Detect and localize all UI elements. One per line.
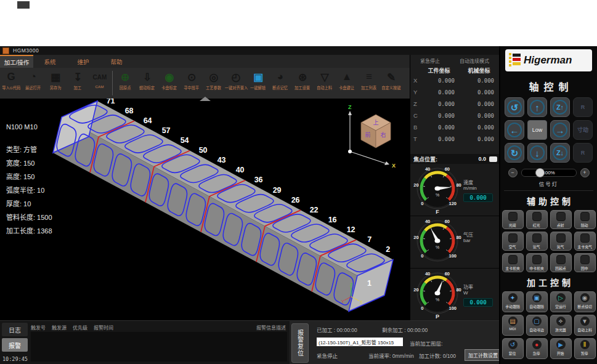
- brand-logo-icon: [509, 52, 521, 68]
- aux-红光[interactable]: 红光: [526, 210, 548, 229]
- aux-knob-icon: [556, 255, 566, 264]
- svg-text:0: 0: [421, 253, 423, 259]
- menu-tab-帮助[interactable]: 帮助: [100, 55, 133, 68]
- toolbar-process-list[interactable]: ≡加工列表: [358, 70, 380, 91]
- proc-断点续切[interactable]: ◉断点续切: [574, 291, 596, 312]
- proc-空运行[interactable]: ▷空运行: [550, 291, 572, 312]
- current-file-field[interactable]: (12-150-150T)_A1_矩形管 150x15: [317, 338, 403, 346]
- focus-position-row: 焦点位置: 0.0: [410, 154, 499, 164]
- proc-复位[interactable]: ↺复位: [502, 338, 524, 359]
- toolbar-cam[interactable]: CAMCAM: [89, 70, 111, 89]
- aux-knob-icon: [580, 233, 590, 243]
- axis-row-Z: Z0.0000.000: [410, 98, 499, 110]
- jog-x-minus[interactable]: ←: [505, 120, 524, 140]
- proc-开始[interactable]: ▶开始: [550, 338, 572, 359]
- jog-z-plus[interactable]: Z↑: [550, 97, 570, 117]
- chuck-calibration-icon: ◉: [165, 70, 174, 84]
- navigation-cube[interactable]: ZX上前右: [331, 102, 408, 170]
- toolbar-label: 导入G代码: [2, 84, 20, 90]
- log-panel: 日志 报警 10:29:45 触发号触发源优先级报警时间报警信息描述: [0, 320, 290, 364]
- toolbar-process-parameters[interactable]: ◎工艺参数: [203, 70, 225, 91]
- 3d-viewport[interactable]: 7168645754504340362926221612721ZXY N100 …: [0, 99, 410, 320]
- tab-alarm[interactable]: 报警: [2, 338, 28, 352]
- toolbar-import-gcode[interactable]: G导入G代码: [0, 70, 22, 91]
- override-plus-button[interactable]: +: [580, 168, 590, 177]
- proc-自动跟随[interactable]: ▣自动跟随: [526, 291, 548, 312]
- jog-speed-low-icon: Low: [532, 127, 543, 133]
- part-number-43: 43: [217, 156, 226, 164]
- toolbar-recent-open[interactable]: ◔最近打开: [22, 70, 44, 91]
- proc-激光器[interactable]: ✧激光器: [550, 315, 572, 336]
- jog-y-minus[interactable]: ↓: [527, 143, 547, 163]
- machined-time: 已加工 : 00:00:00: [317, 326, 357, 333]
- toolbar-creep-calibration[interactable]: ⇩蠕动标定: [136, 70, 158, 91]
- svg-text:100: 100: [449, 253, 457, 259]
- aux-主卡充气[interactable]: 主卡充气: [574, 232, 596, 251]
- proc-急停[interactable]: ●急停: [526, 338, 548, 359]
- jog-b-minus[interactable]: R: [573, 143, 593, 163]
- save-as-icon: ▦: [51, 70, 60, 84]
- aux-空气[interactable]: 空气: [502, 232, 524, 251]
- count-settings-button[interactable]: 加工计数设置: [465, 349, 502, 361]
- proc-自动上料[interactable]: ▼自动上料: [574, 315, 596, 336]
- jog-c-plus[interactable]: ↻: [505, 143, 524, 163]
- override-minus-button[interactable]: −: [508, 168, 518, 177]
- toolbar-return-origin[interactable]: ⊕回原点: [114, 70, 136, 91]
- toolbar-label: 加工列表: [361, 84, 376, 90]
- focus-adjust-button[interactable]: [489, 156, 497, 162]
- aux-氮气[interactable]: 氮气: [550, 232, 572, 251]
- toolbar-label: 工艺参数: [206, 84, 221, 90]
- aux-点射[interactable]: 点射: [550, 210, 572, 229]
- toolbar-one-key-align[interactable]: ◴一键对齐置入: [225, 70, 247, 91]
- mode-status: 自动连续模式: [460, 57, 489, 64]
- aux-氧气[interactable]: 氧气: [526, 232, 548, 251]
- alarm-reset-button[interactable]: 报警复位: [291, 323, 309, 363]
- control-panel: Higerman 轴控制 ↺↑Z↑R←Low→寸动↻↓Z↓R − 100% + …: [499, 46, 597, 364]
- proc-暂停[interactable]: Ⅱ暂停: [574, 338, 596, 359]
- toolbar-save-as[interactable]: ▦另存为: [44, 70, 67, 91]
- proc-暂停-icon: Ⅱ: [580, 340, 590, 349]
- toolbar-chuck-calibration[interactable]: ◉卡盘标定: [158, 70, 181, 91]
- aux-光闸[interactable]: 光闸: [502, 210, 524, 229]
- proc-手动跟随[interactable]: ✦手动跟随: [502, 291, 524, 312]
- menu-tab-系统[interactable]: 系统: [33, 55, 67, 68]
- aux-随动[interactable]: 随动: [574, 210, 596, 229]
- part-number-29: 29: [273, 186, 282, 195]
- toolbar-chuck-avoidance[interactable]: ▲卡盘避让: [336, 70, 358, 91]
- aux-中卡松夹[interactable]: 中卡松夹: [526, 253, 548, 272]
- jog-x-plus[interactable]: →: [550, 120, 570, 140]
- proc-自动寻边[interactable]: ▢自动寻边: [526, 315, 548, 336]
- jog-z-minus[interactable]: Z↓: [550, 143, 570, 163]
- proc-MDI[interactable]: ▤MDI: [502, 315, 524, 336]
- toolbar-custom-keys[interactable]: ✎自定义按键: [380, 70, 402, 91]
- alarm-table-body[interactable]: [31, 332, 287, 362]
- speed-gauge-labels: 速度m/min0.000: [463, 180, 493, 202]
- toolbar-label: 一键解锁: [250, 84, 266, 90]
- jog-c-minus[interactable]: ↺: [505, 97, 524, 117]
- jog-b-plus[interactable]: R: [573, 97, 593, 117]
- aux-回中[interactable]: 回中: [574, 253, 596, 272]
- jog-y-plus-icon: ↑: [535, 103, 540, 112]
- menu-tab-加工/操作[interactable]: 加工/操作: [0, 55, 33, 68]
- proc-control-header: 加工控制: [500, 272, 597, 291]
- override-slider-thumb[interactable]: [535, 168, 545, 177]
- part-number-54: 54: [181, 136, 189, 145]
- proc-开始-icon: ▶: [556, 340, 566, 349]
- aux-回起点[interactable]: 回起点: [550, 253, 572, 272]
- menu-tab-维护[interactable]: 维护: [67, 55, 100, 68]
- toolbar-centering-leveling[interactable]: ⊙寻中找平: [181, 70, 203, 91]
- jog-inch-mode[interactable]: 寸动: [573, 120, 593, 140]
- aux-control-header: 辅助控制: [500, 191, 597, 210]
- jog-speed-low[interactable]: Low: [527, 120, 547, 140]
- toolbar-one-key-unlock[interactable]: ▣一键解锁: [247, 70, 269, 91]
- jog-y-plus[interactable]: ↑: [527, 97, 547, 117]
- remaining-time: 剩余加工 : 00:00:00: [382, 326, 428, 333]
- toolbar-process-settings[interactable]: ⊛加工设置: [291, 70, 314, 91]
- aux-主卡松夹[interactable]: 主卡松夹: [502, 253, 524, 272]
- override-slider[interactable]: 100%: [521, 169, 577, 177]
- toolbar-process[interactable]: ↧加工: [67, 70, 89, 91]
- toolbar-breakpoint-memory[interactable]: ◕断点记忆: [269, 70, 291, 91]
- tab-log[interactable]: 日志: [2, 323, 28, 336]
- svg-text:20: 20: [413, 235, 418, 240]
- toolbar-auto-loading[interactable]: ▽自动上料: [314, 70, 336, 91]
